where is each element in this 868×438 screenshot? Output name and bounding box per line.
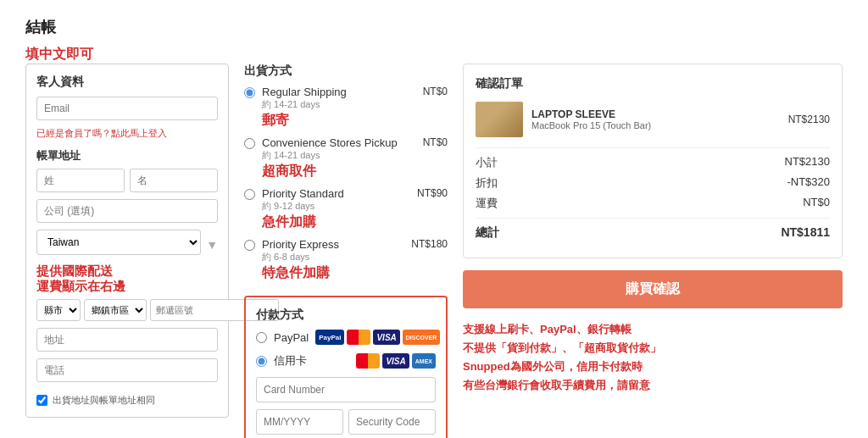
shipping-options: 出貨方式 Regular Shipping 約 14-21 days 郵寄 NT…	[244, 64, 448, 282]
side-note-line2: 不提供「貨到付款」、「超商取貨付款」	[463, 341, 661, 354]
side-note-line1: 支援線上刷卡、PayPal、銀行轉帳	[463, 323, 632, 335]
credit-mastercard-icon	[356, 353, 380, 369]
side-note-line3: Snupped為國外公司，信用卡付款時	[463, 360, 643, 373]
product-name: LAPTOP SLEEVE	[531, 108, 780, 120]
payment-method-credit: 信用卡 VISA AMEX	[256, 353, 436, 369]
mastercard-icon	[347, 330, 370, 345]
customer-box: 客人資料 已經是會員了嗎？點此馬上登入 帳單地址 Taiwan ▼ 提供國際配送…	[25, 64, 229, 418]
shipping-name-priority: Priority Standard	[262, 187, 410, 200]
card-row	[256, 409, 436, 435]
product-row: LAPTOP SLEEVE MacBook Pro 15 (Touch Bar)…	[476, 102, 830, 137]
email-field[interactable]	[36, 97, 218, 120]
expiry-input[interactable]	[256, 409, 343, 435]
divider	[476, 147, 830, 148]
shipping-label-priority: 急件加購	[262, 213, 410, 231]
shipping-option-express: Priority Express 約 6-8 days 特急件加購 NT$180	[244, 238, 448, 282]
shipping-cost-label: 運費	[476, 196, 498, 211]
amex-icon: AMEX	[412, 353, 436, 369]
payment-section: 付款方式 PayPal PayPal VISA DISCOVER 信用卡 VIS	[244, 296, 448, 438]
shipping-cost-value: NT$0	[803, 196, 830, 211]
payment-name-credit: 信用卡	[274, 353, 349, 369]
shipping-label-convenience: 超商取件	[262, 163, 416, 180]
customer-section: 客人資料 已經是會員了嗎？點此馬上登入 帳單地址 Taiwan ▼ 提供國際配送…	[25, 64, 229, 418]
phone-field[interactable]	[36, 358, 218, 382]
same-address-checkbox[interactable]	[36, 395, 47, 406]
shipping-option-regular: Regular Shipping 約 14-21 days 郵寄 NT$0	[244, 86, 448, 130]
visa-icon: VISA	[373, 330, 399, 345]
shipping-radio-convenience[interactable]	[244, 138, 255, 149]
shipping-radio-regular[interactable]	[244, 87, 255, 98]
payment-method-paypal: PayPal PayPal VISA DISCOVER	[256, 330, 436, 345]
shipping-price-priority: NT$90	[417, 187, 448, 199]
same-address-label: 出貨地址與帳單地址相同	[53, 394, 155, 407]
total-label: 總計	[476, 225, 499, 241]
shipping-price-regular: NT$0	[423, 86, 448, 97]
paypal-icons: PayPal VISA DISCOVER	[315, 330, 440, 345]
credit-visa-icon: VISA	[382, 353, 409, 369]
side-notes: 支援線上刷卡、PayPal、銀行轉帳 不提供「貨到付款」、「超商取貨付款」 Sn…	[463, 320, 843, 395]
district-select[interactable]: 縣市	[36, 299, 81, 321]
shipping-days-regular: 約 14-21 days	[262, 98, 416, 111]
discount-value: -NT$320	[787, 175, 830, 191]
country-select[interactable]: Taiwan	[36, 230, 201, 255]
credit-icons: VISA AMEX	[356, 353, 436, 369]
shipping-name-regular: Regular Shipping	[262, 86, 416, 98]
shipping-section-title: 出貨方式	[244, 64, 448, 79]
shipping-cost-row: 運費 NT$0	[476, 196, 830, 211]
discover-icon: DISCOVER	[403, 330, 441, 345]
product-image	[476, 102, 523, 137]
member-login-link[interactable]: 已經是會員了嗎？點此馬上登入	[36, 127, 218, 140]
total-value: NT$1811	[781, 225, 830, 241]
shipping-radio-express[interactable]	[244, 240, 255, 251]
shipping-days-express: 約 6-8 days	[262, 251, 404, 263]
total-row: 總計 NT$1811	[476, 225, 830, 241]
shipping-name-express: Priority Express	[262, 238, 404, 251]
billing-title: 帳單地址	[36, 148, 218, 164]
discount-row: 折扣 -NT$320	[476, 175, 830, 191]
payment-radio-credit[interactable]	[256, 356, 267, 367]
customer-section-title: 客人資料	[36, 75, 218, 90]
shipping-option-convenience: Convenience Stores Pickup 約 14-21 days 超…	[244, 136, 448, 180]
order-section: 確認訂單 LAPTOP SLEEVE MacBook Pro 15 (Touch…	[463, 64, 843, 395]
product-price: NT$2130	[788, 114, 830, 125]
product-variant: MacBook Pro 15 (Touch Bar)	[531, 120, 780, 130]
payment-radio-paypal[interactable]	[256, 332, 267, 343]
company-field[interactable]	[36, 199, 218, 223]
payment-section-title: 付款方式	[256, 308, 436, 323]
buy-button[interactable]: 購買確認	[463, 270, 843, 308]
subtotal-row: 小計 NT$2130	[476, 155, 830, 170]
shipping-label-regular: 郵寄	[262, 112, 416, 130]
first-name-field[interactable]	[130, 169, 218, 192]
card-number-input[interactable]	[256, 377, 436, 402]
shipping-price-express: NT$180	[411, 238, 448, 250]
security-code-input[interactable]	[348, 409, 436, 435]
shipping-payment-section: 出貨方式 Regular Shipping 約 14-21 days 郵寄 NT…	[244, 64, 448, 438]
intl-shipping-label: 提供國際配送 運費顯示在右邊	[36, 263, 218, 294]
shipping-days-priority: 約 9-12 days	[262, 200, 410, 213]
shipping-option-priority: Priority Standard 約 9-12 days 急件加購 NT$90	[244, 187, 448, 231]
page-title: 結帳	[25, 17, 843, 37]
order-confirm-box: 確認訂單 LAPTOP SLEEVE MacBook Pro 15 (Touch…	[463, 64, 843, 258]
shipping-name-convenience: Convenience Stores Pickup	[262, 136, 416, 149]
side-note-line4: 有些台灣銀行會收取手續費用，請留意	[463, 379, 650, 391]
card-number-box	[256, 377, 436, 402]
page-subtitle: 填中文即可	[25, 46, 843, 64]
shipping-price-convenience: NT$0	[423, 136, 448, 148]
subtotal-label: 小計	[476, 155, 498, 170]
subtotal-value: NT$2130	[785, 155, 830, 170]
shipping-days-convenience: 約 14-21 days	[262, 149, 416, 162]
divider2	[476, 218, 830, 219]
last-name-field[interactable]	[36, 169, 125, 192]
address-field[interactable]	[36, 328, 218, 352]
city-select[interactable]: 鄉鎮市區	[84, 299, 147, 321]
shipping-radio-priority[interactable]	[244, 189, 255, 200]
paypal-icon: PayPal	[315, 330, 344, 345]
order-confirm-title: 確認訂單	[476, 76, 830, 91]
shipping-label-express: 特急件加購	[262, 264, 404, 282]
payment-name-paypal: PayPal	[274, 331, 309, 344]
discount-label: 折扣	[476, 175, 498, 191]
